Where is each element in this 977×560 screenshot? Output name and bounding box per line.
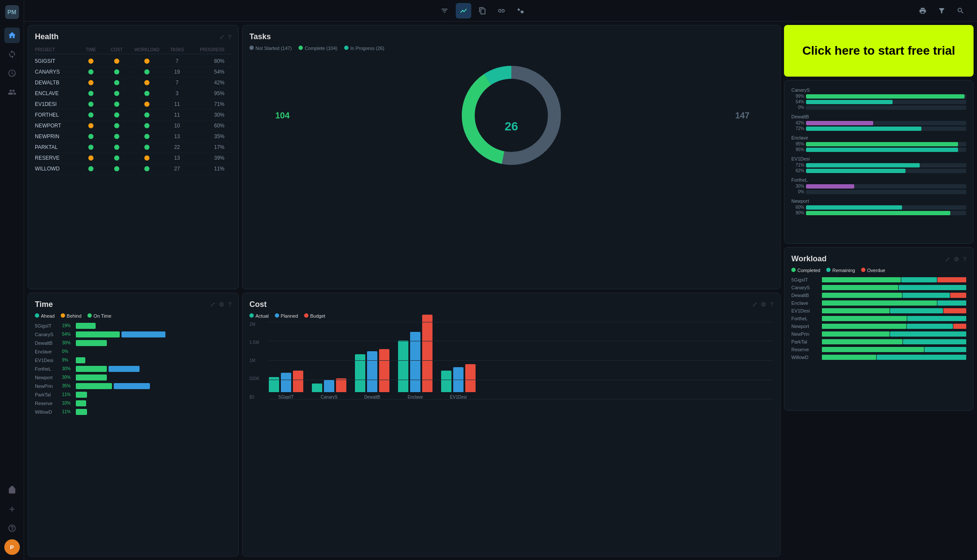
sidebar: PM P [0, 0, 24, 560]
legend-in-progress: In Progress (26) [344, 46, 384, 51]
topbar-btn-branch[interactable] [513, 3, 528, 19]
tasks-title: Tasks [249, 32, 271, 41]
sidebar-item-people[interactable] [4, 84, 20, 100]
health-rows: 5GIGSIT 7 80% CANARYS 19 54% DEWALTB 7 4… [35, 56, 231, 174]
workload-header: Workload ⤢ ⚙ ? [791, 254, 966, 263]
svg-text:26: 26 [504, 120, 518, 133]
workload-row: NewPrin [791, 331, 966, 337]
time-row: NewPrin 35% [35, 383, 231, 389]
progress-row: Enclave 95% 95% [791, 135, 966, 152]
progress-row: CanaryS 99% 54% 0% [791, 87, 966, 110]
tasks-panel: Tasks Not Started (147) Complete (104) I… [242, 25, 781, 289]
expand-icon[interactable]: ⤢ [210, 301, 215, 308]
workload-row: WillowD [791, 355, 966, 360]
gear-icon[interactable]: ⚙ [219, 301, 224, 308]
topbar-btn-link[interactable] [494, 3, 509, 19]
workload-row: CanaryS [791, 285, 966, 290]
bar-group: EV1Desi [441, 315, 476, 399]
workload-row: ParkTal [791, 339, 966, 344]
cost-chart: 2M1.5M1M500K$0 5GigsIT CanaryS DewaltB [249, 322, 773, 425]
expand-icon[interactable]: ⤢ [219, 34, 224, 40]
topbar-search-btn[interactable] [953, 3, 968, 19]
progress-row: DewaltB 42% 72% [791, 114, 966, 131]
workload-row: Enclave [791, 300, 966, 306]
table-row: CANARYS 19 54% [35, 67, 231, 77]
time-header: Time ⤢ ⚙ ? [35, 300, 231, 309]
bar-group: Enclave [398, 315, 432, 399]
topbar [24, 0, 977, 22]
topbar-center [437, 3, 528, 19]
table-row: DEWALTB 7 42% [35, 77, 231, 88]
gear-icon[interactable]: ⚙ [761, 301, 766, 308]
expand-icon[interactable]: ⤢ [945, 256, 950, 263]
progress-panel: CanaryS 99% 54% 0% DewaltB [784, 80, 974, 244]
help-icon[interactable]: ? [963, 256, 966, 263]
progress-row: EV1Desi 71% 62% [791, 156, 966, 173]
sidebar-item-add[interactable] [4, 501, 20, 517]
time-row: 5GigsIT 19% [35, 323, 231, 329]
main-area: Health ⤢ ? PROJECT TIME COST WORKLOAD TA… [24, 0, 977, 560]
workload-panel: Workload ⤢ ⚙ ? Completed Remaining Overd… [784, 247, 974, 411]
workload-row: FortheL [791, 316, 966, 321]
time-actions: ⤢ ⚙ ? [210, 301, 231, 308]
not-started-label: 147 [735, 111, 750, 121]
expand-icon[interactable]: ⤢ [752, 301, 757, 308]
bar-group: 5GigsIT [269, 315, 303, 399]
cta-banner[interactable]: Click here to start free trial [784, 25, 974, 77]
content-grid: Health ⤢ ? PROJECT TIME COST WORKLOAD TA… [24, 22, 977, 560]
cost-title: Cost [249, 300, 267, 309]
sidebar-item-avatar[interactable]: P [4, 539, 20, 555]
table-row: RESERVE 13 39% [35, 153, 231, 164]
cta-text[interactable]: Click here to start free trial [796, 37, 962, 65]
health-actions: ⤢ ? [219, 34, 231, 40]
help-icon[interactable]: ? [770, 301, 773, 308]
time-title: Time [35, 300, 53, 309]
sidebar-item-help[interactable] [4, 520, 20, 536]
cost-header: Cost ⤢ ⚙ ? [249, 300, 773, 309]
table-row: NEWPORT 10 60% [35, 121, 231, 131]
time-row: CanaryS 54% [35, 331, 231, 337]
topbar-filter-btn[interactable] [934, 3, 949, 19]
app-container: PM P [0, 0, 977, 560]
time-row: WillowD 11% [35, 409, 231, 415]
health-table: PROJECT TIME COST WORKLOAD TASKS PROGRES… [35, 46, 231, 174]
progress-bars: CanaryS 99% 54% 0% DewaltB [791, 87, 966, 215]
help-icon[interactable]: ? [228, 301, 231, 308]
topbar-btn-copy[interactable] [475, 3, 490, 19]
table-row: WILLOWD 27 11% [35, 164, 231, 174]
bar-group: DewaltB [355, 315, 389, 399]
sidebar-item-refresh[interactable] [4, 46, 20, 62]
complete-label: 104 [275, 111, 289, 121]
sidebar-item-home[interactable] [4, 28, 20, 43]
time-chart: 5GigsIT 19% CanaryS 54% DewaltB 30% Encl… [35, 323, 231, 415]
table-row: PARKTAL 22 17% [35, 142, 231, 153]
gear-icon[interactable]: ⚙ [954, 256, 959, 263]
table-row: EV1DESI 11 71% [35, 99, 231, 110]
legend-behind: Behind [61, 313, 81, 319]
y-axis: 2M1.5M1M500K$0 [249, 322, 259, 399]
donut-svg: 26 [455, 59, 567, 171]
tasks-header: Tasks [249, 32, 773, 41]
sidebar-item-clock[interactable] [4, 65, 20, 81]
health-title: Health [35, 32, 59, 41]
legend-actual: Actual [249, 313, 269, 319]
workload-row: Reserve [791, 347, 966, 352]
sidebar-logo[interactable]: PM [5, 5, 19, 19]
legend-ahead: Ahead [35, 313, 55, 319]
right-column: Click here to start free trial CanaryS 9… [784, 25, 974, 557]
time-row: Newport 30% [35, 374, 231, 381]
legend-complete: Complete (104) [299, 46, 337, 51]
topbar-btn-filter[interactable] [437, 3, 452, 19]
tasks-legend: Not Started (147) Complete (104) In Prog… [249, 46, 773, 51]
topbar-print-btn[interactable] [915, 3, 930, 19]
help-icon[interactable]: ? [228, 34, 231, 40]
cost-actions: ⤢ ⚙ ? [752, 301, 773, 308]
legend-not-started: Not Started (147) [249, 46, 292, 51]
workload-row: 5GigsIT [791, 277, 966, 282]
time-row: Reserve 10% [35, 400, 231, 406]
topbar-btn-chart[interactable] [456, 3, 471, 19]
sidebar-item-briefcase[interactable] [4, 483, 20, 498]
time-row: DewaltB 30% [35, 340, 231, 346]
time-row: FortheL 30% [35, 366, 231, 372]
table-row: 5GIGSIT 7 80% [35, 56, 231, 67]
